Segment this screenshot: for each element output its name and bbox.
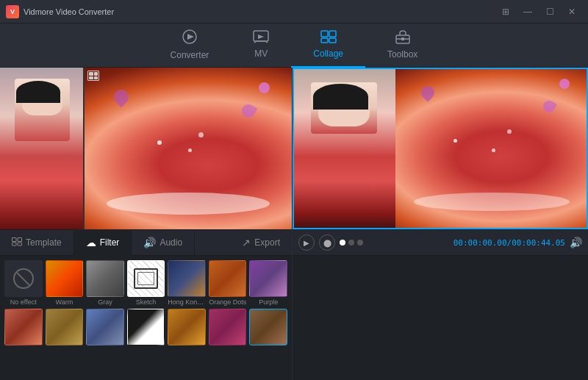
- svg-rect-9: [401, 37, 404, 40]
- play-button[interactable]: ▶: [298, 234, 315, 251]
- sketch-label: Sketch: [136, 298, 157, 306]
- warm-label: Warm: [56, 298, 74, 306]
- content-area: Template ☁ Filter 🔊 Audio ↗ Export: [0, 68, 588, 380]
- svg-rect-4: [329, 31, 336, 37]
- audio-icon: 🔊: [143, 237, 156, 248]
- chat-button[interactable]: ⊞: [495, 4, 516, 19]
- tab-audio[interactable]: 🔊 Audio: [132, 229, 195, 256]
- filter-r2-4[interactable]: [127, 309, 165, 347]
- svg-rect-11: [18, 238, 22, 242]
- nav-mv[interactable]: MV: [231, 24, 291, 68]
- export-tab-label: Export: [254, 237, 280, 248]
- left-panel: Template ☁ Filter 🔊 Audio ↗ Export: [0, 68, 293, 380]
- filter-gray[interactable]: Gray: [86, 260, 124, 306]
- nav-collage[interactable]: Collage: [291, 24, 365, 68]
- toolbox-label: Toolbox: [387, 49, 417, 60]
- collage-cell-person-left: [0, 68, 85, 229]
- play-icon: ▶: [304, 239, 309, 247]
- filter-r2-2[interactable]: [46, 309, 84, 347]
- volume-icon[interactable]: 🔊: [570, 237, 582, 248]
- mv-label: MV: [254, 49, 268, 59]
- selection-border-top: [293, 68, 588, 69]
- collage-label: Collage: [313, 49, 343, 59]
- tab-template[interactable]: Template: [0, 229, 74, 256]
- filter-hk-movie[interactable]: Hong Kong Movie: [168, 260, 206, 306]
- right-cake-bg: [395, 68, 588, 229]
- svg-rect-10: [12, 238, 17, 242]
- selection-border-left: [293, 68, 294, 229]
- filter-rows: No effect Warm Gray: [4, 260, 287, 347]
- collage-icon: [320, 30, 337, 46]
- collage-template-icon-2: [87, 71, 99, 81]
- filter-row-1: No effect Warm Gray: [4, 260, 287, 306]
- svg-rect-6: [329, 38, 336, 43]
- filter-r2-7[interactable]: [249, 309, 287, 347]
- maximize-button[interactable]: ☐: [539, 4, 560, 19]
- filter-r2-3[interactable]: [86, 309, 124, 347]
- nav-converter[interactable]: Converter: [148, 24, 232, 68]
- right-person-thumb: [293, 68, 395, 229]
- time-display: 00:00:00.00/00:00:44.05: [453, 238, 565, 248]
- nav-toolbox[interactable]: Toolbox: [365, 24, 440, 68]
- title-bar-controls: ⊞ — ☐ ✕: [495, 4, 582, 19]
- right-panel: ▶ ⬤ 00:00:00.00/00:00:44.05 🔊 Export: [293, 68, 588, 380]
- cake-bg: [85, 68, 292, 229]
- dot-2: [348, 240, 354, 245]
- app-title: Vidmore Video Converter: [24, 7, 114, 16]
- filter-label: Filter: [100, 237, 120, 248]
- filter-area: No effect Warm Gray: [0, 256, 292, 380]
- svg-rect-5: [321, 38, 328, 43]
- stop-icon: ⬤: [323, 239, 331, 247]
- svg-rect-3: [321, 31, 328, 37]
- progress-dots: [340, 240, 363, 245]
- filter-icon: ☁: [86, 237, 96, 248]
- converter-label: Converter: [171, 50, 209, 60]
- dot-1: [340, 240, 345, 245]
- toolbox-icon: [395, 29, 411, 46]
- stop-button[interactable]: ⬤: [319, 234, 335, 251]
- minimize-button[interactable]: —: [517, 4, 538, 19]
- filter-row-2: [4, 309, 287, 347]
- orange-dots-label: Orange Dots: [209, 298, 246, 306]
- title-bar-left: V Vidmore Video Converter: [6, 5, 114, 18]
- left-preview: [0, 68, 292, 229]
- dot-3: [357, 240, 363, 245]
- collage-cell-cake: [85, 68, 292, 229]
- gray-label: Gray: [98, 298, 112, 306]
- filter-r2-1[interactable]: [4, 309, 43, 347]
- filter-r2-5[interactable]: [168, 309, 206, 347]
- filter-sketch[interactable]: Sketch: [127, 260, 165, 306]
- close-button[interactable]: ✕: [562, 4, 582, 19]
- audio-label: Audio: [159, 237, 182, 248]
- left-tabs: Template ☁ Filter 🔊 Audio ↗ Export: [0, 229, 292, 256]
- app-logo: V: [6, 5, 19, 18]
- svg-rect-12: [12, 243, 17, 245]
- filter-no-effect[interactable]: No effect: [4, 260, 43, 306]
- filter-r2-6[interactable]: [209, 309, 247, 347]
- template-icon: [12, 237, 22, 248]
- no-effect-label: No effect: [10, 298, 37, 306]
- converter-icon: [182, 29, 198, 47]
- mv-icon: [253, 30, 269, 46]
- right-bottom-area: Export: [293, 256, 588, 380]
- selection-border-bottom: [293, 228, 588, 229]
- purple-label: Purple: [259, 298, 278, 306]
- filter-warm[interactable]: Warm: [46, 260, 84, 306]
- filter-orange-dots[interactable]: Orange Dots: [209, 260, 247, 306]
- nav-bar: Converter MV Collage: [0, 24, 588, 68]
- tab-filter[interactable]: ☁ Filter: [74, 229, 132, 256]
- hk-label: Hong Kong Movie: [168, 298, 206, 306]
- export-tab-icon: ↗: [242, 237, 251, 248]
- filter-purple[interactable]: Purple: [249, 260, 287, 306]
- title-bar: V Vidmore Video Converter ⊞ — ☐ ✕: [0, 0, 588, 24]
- tab-export[interactable]: ↗ Export: [230, 229, 292, 256]
- playback-controls: ▶ ⬤ 00:00:00.00/00:00:44.05 🔊: [293, 229, 588, 256]
- svg-rect-13: [18, 243, 22, 245]
- right-preview: [293, 68, 588, 229]
- template-label: Template: [26, 237, 62, 248]
- svg-marker-1: [187, 34, 194, 40]
